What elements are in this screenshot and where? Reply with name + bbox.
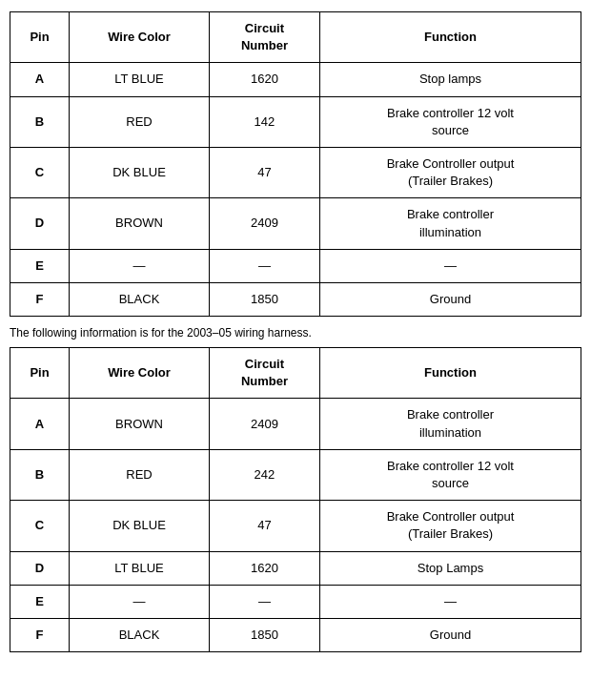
table-cell: — bbox=[319, 585, 581, 618]
table-row: BRED242Brake controller 12 volt source bbox=[10, 449, 581, 500]
column-header: Pin bbox=[10, 348, 70, 399]
column-header: Pin bbox=[10, 12, 70, 63]
column-header: Function bbox=[319, 348, 581, 399]
table-row: FBLACK1850Ground bbox=[10, 282, 581, 316]
table-cell: RED bbox=[70, 449, 210, 500]
table-cell: B bbox=[10, 96, 70, 147]
table-row: ABROWN2409Brake controller illumination bbox=[10, 399, 581, 449]
column-header: Function bbox=[319, 12, 581, 63]
table-cell: F bbox=[10, 282, 70, 316]
table-cell: Brake Controller output (Trailer Brakes) bbox=[319, 501, 581, 551]
column-header: Wire Color bbox=[70, 348, 210, 399]
table-cell: 47 bbox=[209, 501, 319, 551]
column-header: Circuit Number bbox=[209, 12, 319, 63]
table-cell: BLACK bbox=[70, 282, 210, 316]
table-cell: Brake Controller output (Trailer Brakes) bbox=[319, 147, 581, 197]
table-row: DBROWN2409Brake controller illumination bbox=[10, 198, 581, 249]
table-cell: 142 bbox=[209, 96, 319, 147]
table-cell: 242 bbox=[209, 449, 319, 500]
info-text: The following information is for the 200… bbox=[10, 326, 581, 340]
table-cell: 1620 bbox=[209, 63, 319, 96]
table-cell: C bbox=[10, 501, 70, 551]
table-row: FBLACK1850Ground bbox=[10, 618, 581, 651]
table-cell: C bbox=[10, 147, 70, 197]
table-cell: A bbox=[10, 63, 70, 96]
table-cell: A bbox=[10, 399, 70, 449]
table-cell: Brake controller illumination bbox=[319, 399, 581, 449]
table-cell: E bbox=[10, 249, 70, 282]
table-row: CDK BLUE47Brake Controller output (Trail… bbox=[10, 501, 581, 551]
table-cell: Brake controller illumination bbox=[319, 198, 581, 249]
table-cell: D bbox=[10, 198, 70, 249]
table-cell: BLACK bbox=[70, 618, 210, 651]
table-cell: LT BLUE bbox=[70, 63, 210, 96]
table-cell: — bbox=[209, 249, 319, 282]
table-cell: 1850 bbox=[209, 618, 319, 651]
table-cell: Brake controller 12 volt source bbox=[319, 96, 581, 147]
table-row: E——— bbox=[10, 249, 581, 282]
table-cell: RED bbox=[70, 96, 210, 147]
table-row: DLT BLUE1620Stop Lamps bbox=[10, 551, 581, 585]
table-cell: DK BLUE bbox=[70, 501, 210, 551]
table-row: CDK BLUE47Brake Controller output (Trail… bbox=[10, 147, 581, 197]
table-cell: Ground bbox=[319, 282, 581, 316]
table-cell: Brake controller 12 volt source bbox=[319, 449, 581, 500]
table-cell: — bbox=[70, 585, 210, 618]
table-cell: — bbox=[70, 249, 210, 282]
table-cell: Stop Lamps bbox=[319, 551, 581, 585]
table-cell: F bbox=[10, 618, 70, 651]
table-cell: DK BLUE bbox=[70, 147, 210, 197]
table-cell: D bbox=[10, 551, 70, 585]
table-cell: BROWN bbox=[70, 198, 210, 249]
table-row: E——— bbox=[10, 585, 581, 618]
table-cell: 47 bbox=[209, 147, 319, 197]
table-cell: 2409 bbox=[209, 399, 319, 449]
table-cell: E bbox=[10, 585, 70, 618]
table-cell: Ground bbox=[319, 618, 581, 651]
table2: PinWire ColorCircuit NumberFunction ABRO… bbox=[10, 347, 581, 652]
table-row: ALT BLUE1620Stop lamps bbox=[10, 63, 581, 96]
table-cell: — bbox=[319, 249, 581, 282]
table-cell: Stop lamps bbox=[319, 63, 581, 96]
table-cell: LT BLUE bbox=[70, 551, 210, 585]
table-row: BRED142Brake controller 12 volt source bbox=[10, 96, 581, 147]
table1: PinWire ColorCircuit NumberFunction ALT … bbox=[10, 11, 581, 317]
table-cell: 1620 bbox=[209, 551, 319, 585]
table-cell: 2409 bbox=[209, 198, 319, 249]
table-cell: 1850 bbox=[209, 282, 319, 316]
column-header: Wire Color bbox=[70, 12, 210, 63]
table-cell: BROWN bbox=[70, 399, 210, 449]
table-cell: — bbox=[209, 585, 319, 618]
column-header: Circuit Number bbox=[209, 348, 319, 399]
table-cell: B bbox=[10, 449, 70, 500]
